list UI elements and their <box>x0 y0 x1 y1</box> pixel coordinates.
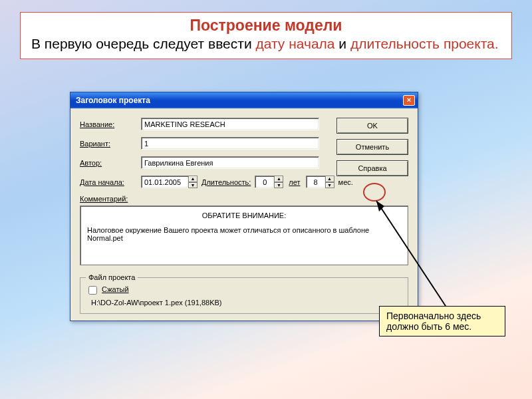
years-stepper[interactable]: ▲▼ <box>274 176 283 188</box>
duration-years-input[interactable] <box>255 176 275 188</box>
help-button[interactable]: Справка <box>336 160 408 176</box>
author-label: Автор: <box>80 159 141 167</box>
comment-title: ОБРАТИТЕ ВНИМАНИЕ: <box>87 211 401 219</box>
variant-label: Вариант: <box>80 140 141 148</box>
duration-label: Длительность: <box>201 178 251 186</box>
dialog-button-column: OK Отменить Справка <box>336 118 408 182</box>
chevron-down-icon[interactable]: ▼ <box>188 182 198 189</box>
close-icon[interactable]: × <box>403 95 415 106</box>
project-header-dialog: Заголовок проекта × OK Отменить Справка … <box>70 92 418 321</box>
compressed-checkbox-label[interactable]: Сжатый <box>86 285 129 293</box>
instr-part1: В первую очередь следует ввести <box>31 36 255 51</box>
ok-button[interactable]: OK <box>336 118 408 134</box>
chevron-down-icon[interactable]: ▼ <box>274 182 283 189</box>
startdate-label: Дата начала: <box>80 178 141 186</box>
comment-textarea[interactable]: ОБРАТИТЕ ВНИМАНИЕ: Налоговое окружение В… <box>80 205 408 265</box>
file-path: H:\DO-Zol-AW\проект 1.pex (191,88KB) <box>91 299 402 307</box>
instr-highlight2: длительность проекта. <box>350 36 499 51</box>
compressed-text: Сжатый <box>102 285 129 293</box>
file-project-legend: Файл проекта <box>86 273 138 281</box>
instruction-header: Построение модели В первую очередь следу… <box>20 12 512 59</box>
dialog-titlebar[interactable]: Заголовок проекта × <box>70 92 418 108</box>
page-title: Построение модели <box>31 17 501 35</box>
author-input[interactable] <box>141 156 319 169</box>
chevron-down-icon[interactable]: ▼ <box>325 182 334 189</box>
startdate-stepper[interactable]: ▲▼ <box>188 176 198 188</box>
variant-input[interactable] <box>141 137 319 150</box>
dialog-title: Заголовок проекта <box>76 96 150 105</box>
instr-part2: и <box>335 36 350 51</box>
startdate-input[interactable] <box>141 176 189 188</box>
years-label: лет <box>289 178 300 186</box>
chevron-up-icon[interactable]: ▲ <box>188 176 198 182</box>
cancel-button[interactable]: Отменить <box>336 139 408 155</box>
chevron-up-icon[interactable]: ▲ <box>274 176 283 182</box>
instr-highlight1: дату начала <box>255 36 334 51</box>
comment-label: Комментарий: <box>80 195 141 203</box>
chevron-up-icon[interactable]: ▲ <box>325 176 334 182</box>
name-input[interactable] <box>141 118 319 130</box>
months-stepper[interactable]: ▲▼ <box>325 176 334 188</box>
instruction-text: В первую очередь следует ввести дату нач… <box>31 36 501 52</box>
callout-note: Первоначально здесь должно быть 6 мес. <box>379 306 505 336</box>
comment-body: Налоговое окружение Вашего проекта может… <box>87 226 401 242</box>
duration-months-input[interactable] <box>306 176 326 188</box>
name-label: Название: <box>80 120 141 128</box>
callout-text: Первоначально здесь должно быть 6 мес. <box>386 311 481 332</box>
file-project-group: Файл проекта Сжатый H:\DO-Zol-AW\проект … <box>80 273 408 314</box>
compressed-checkbox[interactable] <box>88 286 97 295</box>
